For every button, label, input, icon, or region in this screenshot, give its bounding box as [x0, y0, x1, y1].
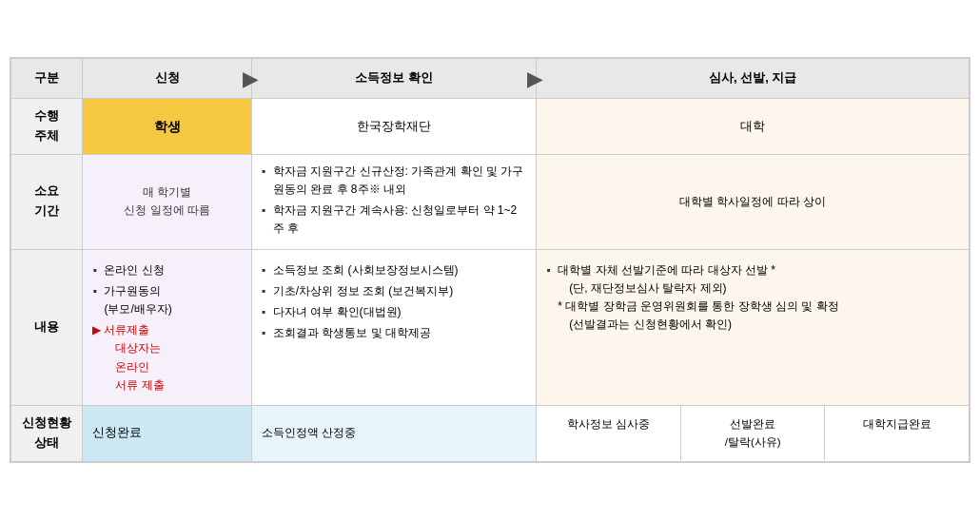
status-review-group: 학사정보 심사중 선발완료/탈락(사유) 대학지급완료 — [537, 405, 970, 461]
status-income: 소득인정액 산정중 — [251, 405, 536, 461]
content-income-item4: 조회결과 학생통보 및 대학제공 — [262, 324, 526, 342]
status-apply: 신청완료 — [83, 405, 251, 461]
period-review: 대학별 학사일정에 따라 상이 — [537, 154, 970, 249]
header-col2: ▶ 소득정보 확인 — [251, 59, 536, 99]
content-review-item1: 대학별 자체 선발기준에 따라 대상자 선발 *(단, 재단정보심사 탈락자 제… — [546, 261, 959, 335]
subject-apply: 학생 — [83, 99, 251, 155]
status-label: 신청현황 상태 — [11, 405, 83, 461]
header-row: 구분 신청 ▶ 소득정보 확인 ▶ 심사, 선발, 지급 — [11, 59, 970, 99]
subject-label: 수행 주체 — [11, 99, 83, 155]
period-apply: 매 학기별 신청 일정에 따름 — [83, 154, 251, 249]
status-row: 신청현황 상태 신청완료 소득인정액 산정중 학사정보 심사중 선발완료/탈락(… — [11, 405, 970, 461]
content-review: 대학별 자체 선발기준에 따라 대상자 선발 *(단, 재단정보심사 탈락자 제… — [537, 249, 970, 405]
content-apply-item2: 가구원동의(부모/배우자) — [92, 282, 241, 318]
subject-review: 대학 — [537, 99, 970, 155]
content-apply: 온라인 신청 가구원동의(부모/배우자) 서류제출대상자는온라인서류 제출 — [83, 249, 251, 405]
period-label: 소요 기간 — [11, 154, 83, 249]
status-review-item2: 선발완료/탈락(사유) — [680, 406, 825, 460]
content-income-item1: 소득정보 조회 (사회보장정보시스템) — [262, 261, 526, 279]
subject-row: 수행 주체 학생 한국장학재단 대학 — [11, 99, 970, 155]
header-col0: 구분 — [11, 59, 83, 99]
content-apply-item1: 온라인 신청 — [92, 261, 241, 279]
arrow-left2: ▶ — [527, 64, 541, 94]
content-label: 내용 — [11, 249, 83, 405]
content-row: 내용 온라인 신청 가구원동의(부모/배우자) 서류제출대상자는온라인서류 제출… — [11, 249, 970, 405]
status-review-item1: 학사정보 심사중 — [537, 406, 680, 460]
subject-income: 한국장학재단 — [251, 99, 536, 155]
period-income: 학자금 지원구간 신규산정: 가족관계 확인 및 가구원동의 완료 후 8주※ … — [251, 154, 536, 249]
content-income: 소득정보 조회 (사회보장정보시스템) 기초/차상위 정보 조회 (보건복지부)… — [251, 249, 536, 405]
period-row: 소요 기간 매 학기별 신청 일정에 따름 학자금 지원구간 신규산정: 가족관… — [11, 154, 970, 249]
header-col3: ▶ 심사, 선발, 지급 — [537, 59, 970, 99]
content-income-item2: 기초/차상위 정보 조회 (보건복지부) — [262, 282, 526, 300]
status-review-item3: 대학지급완료 — [824, 406, 969, 460]
period-income-item1: 학자금 지원구간 신규산정: 가족관계 확인 및 가구원동의 완료 후 8주※ … — [262, 163, 526, 199]
header-col1: 신청 — [83, 59, 251, 99]
content-income-item3: 다자녀 여부 확인(대법원) — [262, 303, 526, 321]
content-apply-item3: 서류제출대상자는온라인서류 제출 — [92, 321, 241, 395]
arrow-left: ▶ — [243, 64, 257, 94]
period-income-item2: 학자금 지원구간 계속사용: 신청일로부터 약 1~2주 후 — [262, 202, 526, 238]
